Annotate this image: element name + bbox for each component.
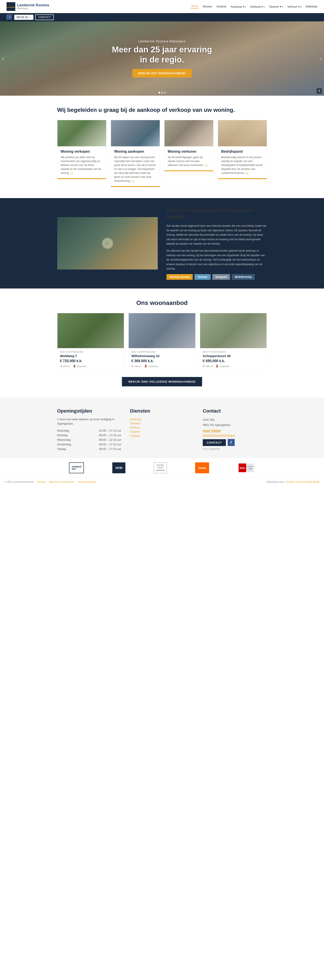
table-row: Dinsdag 08:45 – 17:15 uur	[57, 433, 121, 438]
nav-nieuws[interactable]: Nieuws	[203, 5, 212, 8]
nav-verkoop[interactable]: Verkoop ▾	[250, 5, 265, 8]
footer-link-sitemap[interactable]: Sitemap	[37, 480, 46, 483]
nav-aankoop[interactable]: Aankoop ▾	[230, 5, 246, 8]
taxatie-content: Ook voor een taxatie kunt u bij ons tere…	[166, 207, 267, 280]
woning-aankopen-img	[111, 120, 160, 146]
services-grid: Woning verkopen Wij vertellen jou alles …	[57, 120, 267, 187]
property-size-1: ⊞ 324 m²	[60, 365, 70, 368]
tag-verkoop-woning[interactable]: Verkoop woning	[166, 274, 193, 280]
svg-text:DYNAMIS: DYNAMIS	[7, 6, 15, 8]
hero-dot-1[interactable]	[158, 92, 160, 94]
utility-contact-button[interactable]: CONTACT	[35, 14, 54, 20]
rooms-icon-2: 🚪	[144, 365, 147, 368]
service-title-verkopen: Woning verkopen	[61, 150, 103, 154]
property-location-2: 9901 CM APPINGEDAM	[131, 351, 193, 353]
footer-copyright: © 2023 Lamberink Rozema · Sitemap · Alge…	[4, 480, 96, 483]
diensten-link-verkoop[interactable]: Verkoop	[130, 421, 194, 425]
hero-next-arrow[interactable]: ›	[320, 56, 322, 62]
taxatie-section: Ook voor een taxatie kunt u bij ons tere…	[0, 198, 324, 288]
hero-prev-arrow[interactable]: ‹	[2, 56, 4, 62]
property-img-1	[57, 313, 124, 348]
move-button[interactable]: MOVE.NL ↗	[14, 14, 34, 20]
property-meta-2: 9901 CM APPINGEDAM Wilhelminaweg 22 € 36…	[129, 348, 195, 370]
table-row: Maandag 10:00 – 17:15 uur	[57, 428, 121, 433]
rooms-icon: 🚪	[73, 365, 76, 368]
facebook-button[interactable]: f	[6, 14, 13, 20]
hero-cta-button[interactable]: BEKIJK HET WONINGAANBOD	[132, 69, 192, 78]
tag-verhuur[interactable]: Verhuur	[195, 274, 211, 280]
hero-title: Meer dan 25 jaar ervaringin de regio.	[112, 45, 212, 65]
nav-taxeren[interactable]: Taxeren ▾	[269, 5, 283, 8]
footer-webdesign-link[interactable]: Landstra de Groot Online Media	[285, 480, 320, 483]
service-desc-aankopen: Bij het kopen van een woning komt natuur…	[114, 155, 156, 183]
aanbod-section: Ons woonaanbod 9902 AA APPINGEDAM Woldwe…	[57, 288, 267, 397]
property-card-3[interactable]: 9949 PT BORGSWEER Schepperbuurt 48 € 695…	[200, 313, 267, 371]
contact-email[interactable]: info@lamberinkrozema.nl	[203, 434, 267, 437]
aanbod-heading: Ons woonaanbod	[57, 299, 267, 306]
property-location-1: 9902 AA APPINGEDAM	[60, 351, 121, 353]
nav-verhuur[interactable]: Verhuur ▾	[287, 5, 302, 8]
footer-link-privacy[interactable]: Privacyverklaring	[78, 480, 96, 483]
service-link-bedrijfspand[interactable]: >>	[245, 172, 248, 175]
property-size-2: ⊞ 140 m²	[131, 365, 142, 368]
hero-pause-button[interactable]: ⏸	[316, 88, 322, 94]
tag-bedrijfsmatig[interactable]: Bedrijfsmatig	[232, 274, 255, 280]
contact-phone[interactable]: 0596-729090	[203, 429, 267, 433]
diensten-link-aanbod[interactable]: Aanbod	[130, 434, 194, 438]
diensten-link-taxeren[interactable]: Taxeren	[130, 430, 194, 434]
service-link-verhuren[interactable]: >>	[204, 164, 207, 167]
property-location-3: 9949 PT BORGSWEER	[203, 351, 264, 353]
rooms-icon-3: 🚪	[215, 365, 219, 368]
service-desc-verkopen: Wij vertellen jou alles over de huizenma…	[61, 155, 103, 175]
diensten-link-aankoop[interactable]: Aankoop	[130, 417, 194, 421]
aanbod-cta-button[interactable]: BEKIJK ONS VOLLEDIGE WONINGAANBOD	[122, 377, 202, 387]
hero-subtitle: Lamberink Rozema Makelaars	[112, 40, 212, 43]
taxatie-heading: Ook voor een taxatie kunt u bij ons tere…	[166, 207, 267, 220]
partner-nvm[interactable]: NVM	[112, 462, 125, 473]
hours-5: 08:45 – 17:15 uur	[82, 447, 121, 451]
property-card-2[interactable]: 9901 CM APPINGEDAM Wilhelminaweg 22 € 36…	[128, 313, 196, 371]
contact-facebook-button[interactable]: f	[228, 439, 235, 446]
bottom-footer: © 2023 Lamberink Rozema · Sitemap · Alge…	[0, 478, 324, 486]
service-title-bedrijfspand: Bedrijfspand	[221, 150, 263, 154]
openingstijden-heading: Openingstijden	[57, 408, 121, 414]
hero-dot-3[interactable]	[164, 92, 166, 94]
property-address-3: Schepperbuurt 48	[203, 354, 264, 358]
main-nav: Home Nieuws Aanbod Aankoop ▾ Verkoop ▾ T…	[191, 4, 318, 8]
service-bar-verhuren	[164, 170, 213, 171]
table-row: Vrijdag 08:45 – 17:15 uur	[57, 447, 121, 451]
contact-address: Zwet 35a 9901 AG Appingedam	[203, 417, 267, 428]
service-card-aankopen: Woning aankopen Bij het kopen van een wo…	[111, 120, 160, 187]
partners-bar: vastgoedinfo NVM BUITENSTATEmakelaars fu…	[0, 458, 324, 478]
partner-vastgoed[interactable]: vastgoedinfo	[69, 462, 84, 473]
hours-3: 08:45 – 12:15 uur	[82, 438, 121, 442]
property-card-1[interactable]: 9902 AA APPINGEDAM Woldweg 7 € 725.000 k…	[57, 313, 124, 371]
nav-makelaar[interactable]: Makelaar	[306, 5, 318, 8]
footer-info: Openingstijden U bent van harte welkom o…	[0, 397, 324, 458]
partner-funda[interactable]: funda	[195, 462, 209, 473]
taxatie-video[interactable]	[57, 217, 158, 269]
tag-vastgoed[interactable]: Vastgoed	[212, 274, 230, 280]
hero-dot-2[interactable]	[161, 92, 163, 94]
service-card-verkopen: Woning verkopen Wij vertellen jou alles …	[57, 120, 106, 187]
taxatie-para1: Een taxatie wordt uitgevoerd door een er…	[166, 224, 267, 246]
logo[interactable]: DYNAMIS Lamberink Rozema Makelaars	[6, 2, 49, 11]
contact-button[interactable]: CONTACT	[203, 439, 226, 446]
service-body-bedrijfspand: Bedrijfspand Bedrijfsmatig taxeren is he…	[218, 146, 267, 178]
aanbod-cta: BEKIJK ONS VOLLEDIGE WONINGAANBOD	[57, 377, 267, 387]
partner-buiten-state[interactable]: BUITENSTATEmakelaars	[154, 462, 167, 473]
service-link-verkopen[interactable]: >>	[70, 172, 73, 175]
diensten-link-verhuur[interactable]: Verhuur	[130, 425, 194, 430]
hero-section: ‹ Lamberink Rozema Makelaars Meer dan 25…	[0, 21, 324, 95]
hours-2: 08:45 – 17:15 uur	[82, 433, 121, 438]
footer-webdesign: Webdesign door: Landstra de Groot Online…	[267, 480, 320, 483]
intro-heading: Wij begeleiden u graag bij de aankoop of…	[57, 107, 267, 113]
footer-link-voorwaarden[interactable]: Algemene voorwaarden	[49, 480, 74, 483]
nav-home[interactable]: Home	[191, 4, 198, 8]
nav-aanbod[interactable]: Aanbod	[216, 5, 226, 8]
service-link-aankopen[interactable]: >>	[131, 179, 134, 182]
footer-diensten: Diensten Aankoop Verkoop Verhuur Taxeren…	[130, 408, 194, 451]
partner-nhg[interactable]: NHG ERKEND LABEL	[238, 462, 255, 473]
property-price-1: € 725.000 k.k.	[60, 359, 121, 363]
logo-text: Lamberink Rozema Makelaars	[17, 3, 49, 10]
